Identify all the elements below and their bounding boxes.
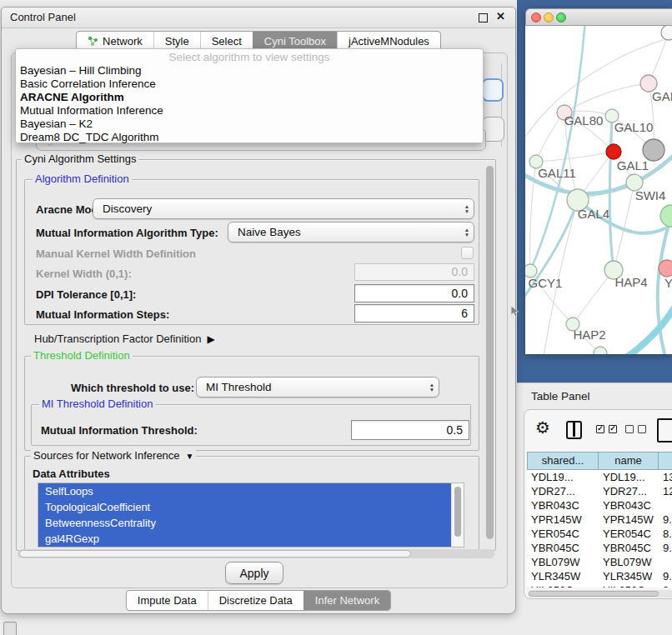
control-panel-window: Control Panel ✕ NetworkStyleSelectCyni T… bbox=[1, 7, 516, 614]
network-edge[interactable] bbox=[536, 152, 614, 162]
algorithm-option-bayesian-hill-climbing[interactable]: Bayesian – Hill Climbing bbox=[16, 64, 483, 78]
docked-panel-icon[interactable] bbox=[3, 622, 17, 635]
mi-steps-field[interactable]: 6 bbox=[354, 304, 474, 322]
table-row[interactable]: YPR145WYPR145W9. bbox=[527, 512, 672, 527]
close-icon[interactable]: ✕ bbox=[496, 10, 505, 22]
settings-vertical-scrollbar[interactable] bbox=[486, 166, 494, 539]
zoom-traffic-light-icon[interactable] bbox=[556, 12, 566, 22]
tab-label: jActiveMNodules bbox=[349, 35, 429, 48]
manual-kernel-width-checkbox[interactable] bbox=[461, 247, 474, 259]
table-body: YDL19...YDL19...13YDR27...YDR27...12YBR0… bbox=[527, 470, 672, 588]
sources-title-text: Sources for Network Inference bbox=[33, 449, 180, 462]
list-scrollbar-track[interactable] bbox=[451, 483, 464, 547]
control-panel-titlebar[interactable]: Control Panel ✕ bbox=[2, 8, 515, 28]
mi-algorithm-type-combo[interactable]: Naive Bayes ▲▼ bbox=[228, 222, 474, 242]
table-cell: YBR043C bbox=[527, 498, 599, 512]
which-threshold-combo[interactable]: MI Threshold ▲▼ bbox=[196, 377, 439, 398]
network-canvas-area[interactable]: GALGAL80GAL10GAL1GAL11GAL4SWI4GCY1HAP4YH… bbox=[525, 26, 672, 354]
tab-impute-data[interactable]: Impute Data bbox=[127, 591, 208, 610]
collapse-down-icon: ▼ bbox=[186, 451, 194, 462]
attribute-topologicalcoefficient[interactable]: TopologicalCoefficient bbox=[38, 499, 452, 515]
column-header-a[interactable]: A bbox=[659, 452, 672, 470]
algorithm-option-bayesian-k2[interactable]: Bayesian – K2 bbox=[16, 118, 483, 131]
network-view-window: GALGAL80GAL10GAL1GAL11GAL4SWI4GCY1HAP4YH… bbox=[525, 8, 672, 354]
checked-checkbox-icon[interactable]: ✓ bbox=[609, 425, 617, 433]
algorithm-option-aracne-algorithm[interactable]: ARACNE Algorithm bbox=[16, 91, 483, 104]
settings-horizontal-scrollbar[interactable] bbox=[18, 549, 494, 558]
tab-label: Infer Network bbox=[315, 594, 379, 607]
document-icon[interactable] bbox=[657, 418, 672, 442]
manual-kernel-width-label: Manual Kernel Width Definition bbox=[36, 248, 196, 260]
data-attributes-list[interactable]: SelfLoopsTopologicalCoefficientBetweenne… bbox=[38, 482, 464, 548]
node-table: shared...nameA YDL19...YDL19...13YDR27..… bbox=[527, 452, 672, 588]
table-row[interactable]: YLR345WYLR345W9. bbox=[527, 569, 672, 583]
network-canvas[interactable]: GALGAL80GAL10GAL1GAL11GAL4SWI4GCY1HAP4YH… bbox=[525, 26, 672, 354]
dpi-tolerance-field[interactable]: 0.0 bbox=[354, 284, 474, 302]
table-panel-section: Table Panel ⚙ ✓ ✓ shared...nameA YDL19..… bbox=[517, 382, 672, 635]
close-traffic-light-icon[interactable] bbox=[531, 12, 541, 22]
apply-button[interactable]: Apply bbox=[225, 562, 283, 584]
list-scrollbar-thumb[interactable] bbox=[454, 487, 461, 537]
table-settings-gear-icon[interactable]: ⚙ bbox=[535, 419, 550, 436]
attribute-gal4rgexp[interactable]: gal4RGexp bbox=[38, 531, 452, 547]
network-node[interactable] bbox=[606, 144, 621, 159]
table-cell bbox=[659, 555, 672, 569]
aracne-mode-combo[interactable]: Discovery ▲▼ bbox=[93, 198, 474, 219]
table-horizontal-scrollbar[interactable] bbox=[528, 590, 672, 598]
threshold-definition-title: Threshold Definition bbox=[31, 350, 133, 362]
algorithm-option-mutual-information-inference[interactable]: Mutual Information Inference bbox=[16, 104, 483, 118]
tab-discretize-data[interactable]: Discretize Data bbox=[208, 591, 303, 610]
table-cell: YDL19... bbox=[599, 470, 659, 484]
table-scrollbar-thumb[interactable] bbox=[529, 591, 659, 597]
table-row[interactable]: YDL19...YDL19...13 bbox=[527, 470, 672, 484]
unchecked-checkbox-icon[interactable] bbox=[638, 425, 646, 433]
hub-definition-expander[interactable]: Hub/Transcription Factor Definition▶ bbox=[34, 332, 215, 345]
network-node-y[interactable] bbox=[659, 260, 672, 277]
table-cell: 9. bbox=[659, 583, 672, 588]
table-row[interactable]: YBL079WYBL079W bbox=[527, 555, 672, 569]
settings-hscrollbar-thumb[interactable] bbox=[19, 550, 411, 558]
algorithm-option-basic-correlation-inference[interactable]: Basic Correlation Inference bbox=[16, 78, 483, 91]
mi-threshold-field[interactable]: 0.5 bbox=[351, 420, 469, 440]
algorithm-option-dream8-dc-tdc-algorithm[interactable]: Dream8 DC_TDC Algorithm bbox=[16, 131, 483, 144]
minimize-traffic-light-icon[interactable] bbox=[544, 12, 554, 22]
split-columns-icon[interactable] bbox=[566, 421, 582, 439]
kernel-width-field[interactable]: 0.0 bbox=[354, 263, 474, 281]
attribute-betweennesscentrality[interactable]: BetweennessCentrality bbox=[38, 515, 452, 531]
stepper-arrows-icon: ▲▼ bbox=[460, 204, 474, 214]
tab-infer-network[interactable]: Infer Network bbox=[303, 591, 390, 610]
table-row[interactable]: YDR27...YDR27...12 bbox=[527, 484, 672, 498]
expand-right-icon: ▶ bbox=[207, 333, 214, 345]
table-row[interactable]: YBR043CYBR043C bbox=[527, 498, 672, 512]
algorithm-dropdown-popup: Select algorithm to view settings Bayesi… bbox=[15, 48, 484, 143]
column-header-shared[interactable]: shared... bbox=[527, 452, 599, 470]
network-node[interactable] bbox=[661, 26, 672, 40]
attribute-selfloops[interactable]: SelfLoops bbox=[38, 483, 452, 499]
node-label-gal4: GAL4 bbox=[578, 207, 609, 221]
screen: GALGAL80GAL10GAL1GAL11GAL4SWI4GCY1HAP4YH… bbox=[0, 0, 672, 635]
network-edge[interactable] bbox=[530, 26, 585, 271]
checked-checkbox-icon[interactable]: ✓ bbox=[596, 425, 604, 433]
which-threshold-value: MI Threshold bbox=[197, 381, 425, 393]
table-row[interactable]: YER054CYER054C8. bbox=[527, 527, 672, 541]
network-edge[interactable] bbox=[536, 112, 564, 162]
table-row[interactable]: YBR045CYBR045C9. bbox=[527, 541, 672, 555]
column-header-name[interactable]: name bbox=[599, 452, 659, 470]
table-panel-title: Table Panel bbox=[531, 390, 590, 402]
network-edge[interactable] bbox=[624, 298, 672, 354]
table-cell: 13 bbox=[659, 470, 672, 484]
mi-steps-label: Mutual Information Steps: bbox=[36, 308, 169, 321]
table-row[interactable]: YIL052CYIL052C9. bbox=[527, 583, 672, 588]
network-node[interactable] bbox=[594, 347, 607, 354]
table-panel-card: ⚙ ✓ ✓ shared...nameA YDL19...YDL19...13Y… bbox=[524, 409, 672, 599]
network-edge[interactable] bbox=[573, 270, 614, 324]
mi-algorithm-type-value: Naive Bayes bbox=[228, 226, 460, 238]
unchecked-checkbox-icon[interactable] bbox=[625, 425, 634, 433]
which-threshold-label: Which threshold to use: bbox=[71, 382, 194, 394]
table-cell: 9. bbox=[659, 569, 672, 583]
network-node-swi4[interactable] bbox=[660, 205, 672, 227]
table-cell: YER054C bbox=[599, 527, 659, 541]
float-window-icon[interactable] bbox=[479, 13, 488, 22]
network-window-titlebar[interactable] bbox=[525, 8, 672, 26]
sources-group-title[interactable]: Sources for Network Inference▼ bbox=[31, 450, 196, 462]
